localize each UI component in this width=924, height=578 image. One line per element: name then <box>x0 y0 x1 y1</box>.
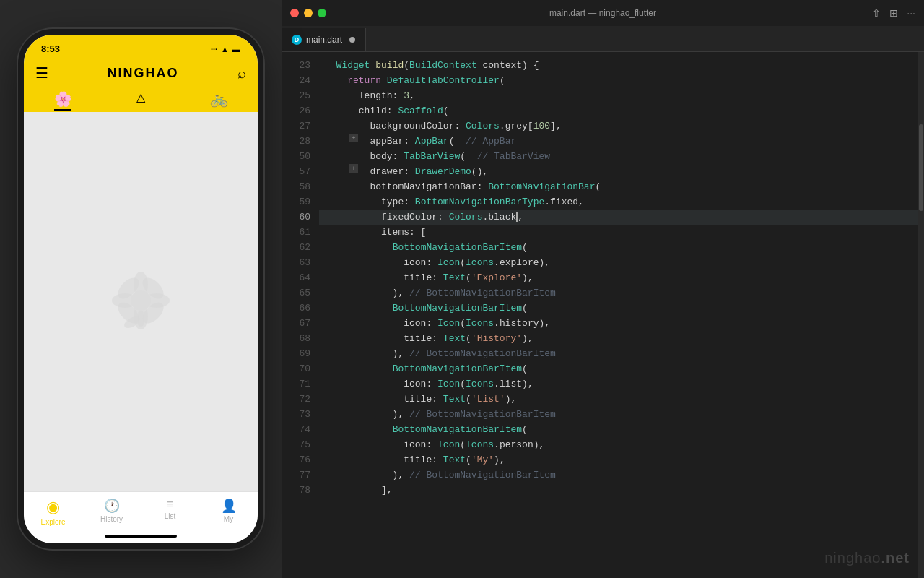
code-line-26: child: Scaffold( <box>319 103 918 118</box>
dart-icon: D <box>292 35 302 45</box>
title-bar: main.dart — ninghao_flutter ⇧ ⊞ ··· <box>282 0 924 26</box>
ln-50: 50 <box>282 149 310 164</box>
history-nav-icon: 🕐 <box>104 498 120 514</box>
editor-tabs: D main.dart <box>282 26 924 52</box>
my-nav-icon: 👤 <box>221 498 237 514</box>
ln-70: 70 <box>282 361 310 376</box>
scrollbar[interactable] <box>918 52 924 578</box>
ln-61: 61 <box>282 225 310 240</box>
code-line-67: icon: Icon(Icons.history), <box>319 316 918 331</box>
line-numbers: 23 24 25 26 27 28 50 57 58 59 60 61 62 6… <box>282 52 319 578</box>
code-line-73: ), // BottomNavigationBarItem <box>319 407 918 422</box>
code-line-71: icon: Icon(Icons.list), <box>319 376 918 392</box>
app-title: NINGHAO <box>108 66 179 81</box>
code-line-24: return DefaultTabController( <box>319 73 918 88</box>
ln-28: 28 <box>282 134 310 149</box>
history-nav-label: History <box>100 515 123 523</box>
code-line-23: Widget build(BuildContext context) { <box>319 58 918 73</box>
nav-item-history[interactable]: 🕐 History <box>82 498 141 526</box>
window-controls <box>290 9 326 17</box>
ln-58: 58 <box>282 179 310 194</box>
maximize-button[interactable] <box>318 9 326 17</box>
code-line-76: title: Text('My'), <box>319 452 918 467</box>
bottom-nav: ◉ Explore 🕐 History ≡ List 👤 My <box>24 491 258 529</box>
ln-65: 65 <box>282 285 310 301</box>
ln-59: 59 <box>282 194 310 210</box>
svg-point-8 <box>131 290 151 311</box>
share-icon[interactable]: ⇧ <box>872 7 881 19</box>
code-line-50: body: TabBarView( // TabBarView <box>319 149 918 164</box>
tab-filename: main.dart <box>306 35 342 45</box>
code-line-64: title: Text('Explore'), <box>319 270 918 285</box>
code-line-74: BottomNavigationBarItem( <box>319 422 918 437</box>
code-line-75: icon: Icon(Icons.person), <box>319 437 918 452</box>
more-icon[interactable]: ··· <box>907 7 915 19</box>
ln-27: 27 <box>282 118 310 134</box>
battery-icon: ▬ <box>232 45 240 53</box>
ln-76: 76 <box>282 452 310 467</box>
phone-mockup: 8:53 ··· ▲ ▬ ☰ NINGHAO ⌕ 🌸 △ 🚲 <box>18 29 263 549</box>
code-line-61: items: [ <box>319 225 918 240</box>
ln-69: 69 <box>282 346 310 361</box>
minimize-button[interactable] <box>304 9 313 17</box>
code-line-62: BottomNavigationBarItem( <box>319 240 918 255</box>
tab-main-dart[interactable]: D main.dart <box>282 28 366 51</box>
code-line-57: drawer: DrawerDemo(), <box>319 164 918 179</box>
top-tab-bar: 🌸 △ 🚲 <box>24 85 258 112</box>
menu-icon[interactable]: ☰ <box>35 64 48 82</box>
window-title: main.dart — ninghao_flutter <box>549 8 656 18</box>
list-nav-label: List <box>165 512 176 520</box>
fold-btn-28[interactable]: + <box>349 134 358 142</box>
code-container: 23 24 25 26 27 28 50 57 58 59 60 61 62 6… <box>282 52 924 578</box>
app-bar: ☰ NINGHAO ⌕ <box>24 59 258 85</box>
ln-60: 60 <box>282 210 310 225</box>
home-indicator <box>24 529 258 543</box>
ln-64: 64 <box>282 270 310 285</box>
scrollbar-thumb <box>919 124 923 211</box>
layout-icon[interactable]: ⊞ <box>889 7 898 19</box>
status-icons: ··· ▲ ▬ <box>211 45 240 53</box>
tab-bike[interactable]: 🚲 <box>180 85 258 111</box>
ln-68: 68 <box>282 331 310 346</box>
list-nav-icon: ≡ <box>167 498 173 511</box>
watermark-brand: ninghao <box>824 550 881 566</box>
code-line-78: ], <box>319 483 918 498</box>
code-line-69: ), // BottomNavigationBarItem <box>319 346 918 361</box>
wifi-icon: ▲ <box>221 45 229 53</box>
ln-57: 57 <box>282 164 310 179</box>
ln-67: 67 <box>282 316 310 331</box>
code-line-27: backgroundColor: Colors.grey[100], <box>319 118 918 134</box>
ln-77: 77 <box>282 467 310 483</box>
ln-23: 23 <box>282 58 310 73</box>
explore-nav-icon: ◉ <box>46 498 60 517</box>
ln-25: 25 <box>282 88 310 103</box>
explore-tab-icon: 🌸 <box>54 90 72 108</box>
nav-item-explore[interactable]: ◉ Explore <box>24 498 82 526</box>
code-line-65: ), // BottomNavigationBarItem <box>319 285 918 301</box>
watermark-tld: .net <box>881 550 910 566</box>
ln-71: 71 <box>282 376 310 392</box>
search-icon[interactable]: ⌕ <box>237 65 246 82</box>
fold-btn-50[interactable]: + <box>349 164 358 173</box>
ln-72: 72 <box>282 392 310 407</box>
code-line-66: BottomNavigationBarItem( <box>319 301 918 316</box>
code-scroll: + + Widget build(BuildContext context) {… <box>319 52 918 578</box>
ln-73: 73 <box>282 407 310 422</box>
ln-24: 24 <box>282 73 310 88</box>
tab-shape[interactable]: △ <box>102 85 180 111</box>
nav-item-my[interactable]: 👤 My <box>199 498 258 526</box>
tab-explore[interactable]: 🌸 <box>24 85 102 111</box>
code-line-72: title: Text('List'), <box>319 392 918 407</box>
ln-63: 63 <box>282 255 310 270</box>
ln-78: 78 <box>282 483 310 498</box>
signal-dots: ··· <box>211 45 217 53</box>
code-line-58: bottomNavigationBar: BottomNavigationBar… <box>319 179 918 194</box>
ln-75: 75 <box>282 437 310 452</box>
phone-body <box>24 112 258 491</box>
close-button[interactable] <box>290 9 299 17</box>
flower-placeholder <box>105 264 177 340</box>
nav-item-list[interactable]: ≡ List <box>141 498 199 526</box>
code-line-77: ), // BottomNavigationBarItem <box>319 467 918 483</box>
code-line-28: appBar: AppBar( // AppBar <box>319 134 918 149</box>
tab-modified-indicator <box>349 37 355 43</box>
